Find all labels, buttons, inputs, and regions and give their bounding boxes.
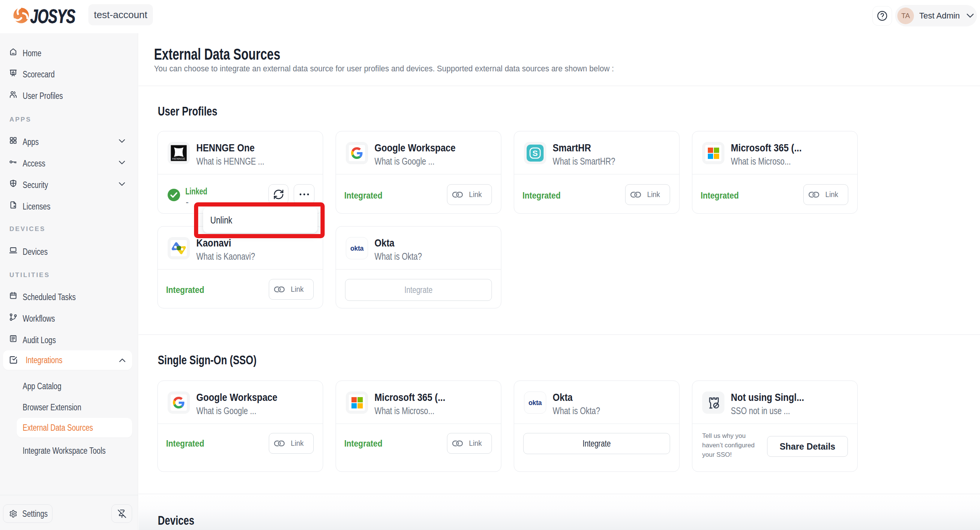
svg-text:okta: okta bbox=[528, 399, 542, 407]
svg-text:HENNGE: HENNGE bbox=[172, 157, 185, 161]
svg-text:okta: okta bbox=[350, 245, 364, 252]
svg-text:S: S bbox=[532, 149, 538, 158]
